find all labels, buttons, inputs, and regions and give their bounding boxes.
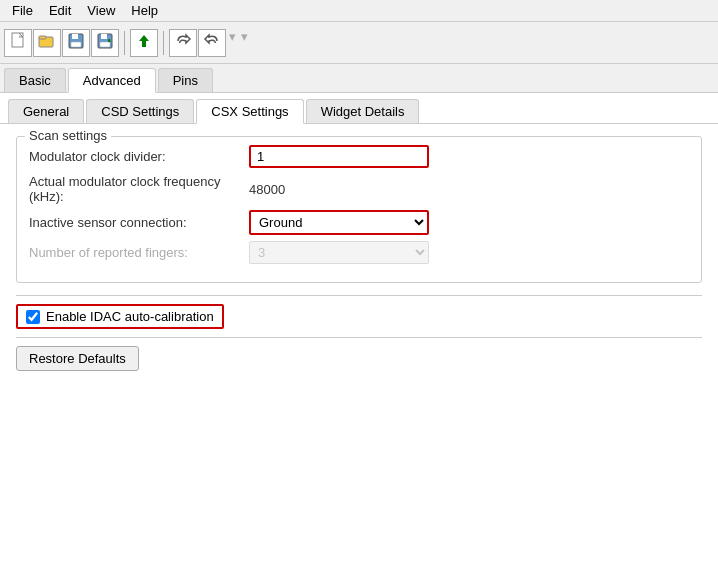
actual-modulator-row: Actual modulator clock frequency (kHz): …	[29, 174, 689, 204]
inactive-sensor-label: Inactive sensor connection:	[29, 215, 249, 230]
svg-rect-8	[100, 42, 110, 47]
open-icon	[38, 32, 56, 53]
menu-view[interactable]: View	[79, 1, 123, 20]
modulator-clock-label: Modulator clock divider:	[29, 149, 249, 164]
tab-basic[interactable]: Basic	[4, 68, 66, 92]
menu-help[interactable]: Help	[123, 1, 166, 20]
open-button[interactable]	[33, 29, 61, 57]
saveas-icon	[96, 32, 114, 53]
undo-button[interactable]	[169, 29, 197, 57]
reported-fingers-select: 3	[249, 241, 429, 264]
content-area: General CSD Settings CSX Settings Widget…	[0, 93, 718, 564]
new-button[interactable]	[4, 29, 32, 57]
svg-rect-5	[71, 42, 81, 47]
svg-rect-7	[101, 34, 107, 39]
up-button[interactable]	[130, 29, 158, 57]
undo-dropdown-arrow[interactable]: ▾	[227, 29, 238, 57]
scan-settings-group: Scan settings Modulator clock divider: A…	[16, 136, 702, 283]
tab-csd-settings[interactable]: CSD Settings	[86, 99, 194, 123]
upload-icon	[135, 32, 153, 53]
save-icon	[67, 32, 85, 53]
undo-icon	[174, 32, 192, 53]
scan-settings-title: Scan settings	[25, 128, 111, 143]
tab-general[interactable]: General	[8, 99, 84, 123]
enable-idac-row: Enable IDAC auto-calibration	[16, 304, 702, 329]
modulator-clock-row: Modulator clock divider:	[29, 145, 689, 168]
toolbar-upload-group	[130, 29, 158, 57]
menu-edit[interactable]: Edit	[41, 1, 79, 20]
new-icon	[9, 32, 27, 53]
toolbar-file-group	[4, 29, 119, 57]
actual-modulator-value: 48000	[249, 182, 285, 197]
save-button[interactable]	[62, 29, 90, 57]
separator	[16, 295, 702, 296]
enable-idac-container: Enable IDAC auto-calibration	[16, 304, 224, 329]
toolbar-sep2	[163, 31, 164, 55]
main-tabs: Basic Advanced Pins	[0, 64, 718, 93]
redo-dropdown-arrow[interactable]: ▾	[239, 29, 250, 57]
enable-idac-label: Enable IDAC auto-calibration	[46, 309, 214, 324]
csx-settings-panel: Scan settings Modulator clock divider: A…	[0, 124, 718, 383]
inactive-sensor-row: Inactive sensor connection: Ground High-…	[29, 210, 689, 235]
saveas-button[interactable]	[91, 29, 119, 57]
toolbar-undo-group: ▾ ▾	[169, 29, 250, 57]
svg-rect-4	[72, 34, 78, 39]
tab-advanced[interactable]: Advanced	[68, 68, 156, 93]
actual-modulator-label: Actual modulator clock frequency (kHz):	[29, 174, 249, 204]
reported-fingers-label: Number of reported fingers:	[29, 245, 249, 260]
svg-marker-11	[139, 35, 149, 47]
redo-icon	[203, 32, 221, 53]
sub-tabs: General CSD Settings CSX Settings Widget…	[0, 93, 718, 124]
redo-button[interactable]	[198, 29, 226, 57]
inactive-sensor-select[interactable]: Ground High-Z Shield	[249, 210, 429, 235]
modulator-clock-input[interactable]	[249, 145, 429, 168]
tab-csx-settings[interactable]: CSX Settings	[196, 99, 303, 124]
reported-fingers-row: Number of reported fingers: 3	[29, 241, 689, 264]
toolbar-sep1	[124, 31, 125, 55]
svg-rect-2	[39, 36, 46, 39]
menu-file[interactable]: File	[4, 1, 41, 20]
toolbar: ▾ ▾	[0, 22, 718, 64]
tab-pins[interactable]: Pins	[158, 68, 213, 92]
separator2	[16, 337, 702, 338]
enable-idac-checkbox[interactable]	[26, 310, 40, 324]
restore-defaults-button[interactable]: Restore Defaults	[16, 346, 139, 371]
menu-bar: File Edit View Help	[0, 0, 718, 22]
tab-widget-details[interactable]: Widget Details	[306, 99, 420, 123]
